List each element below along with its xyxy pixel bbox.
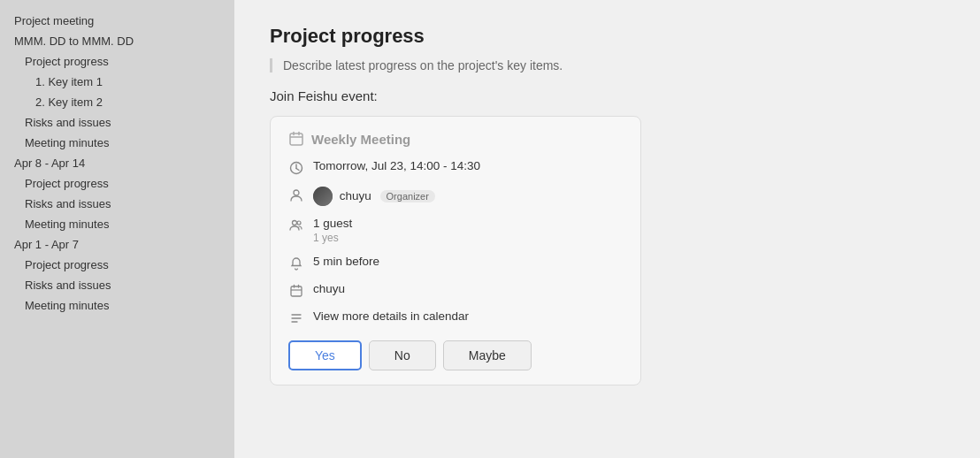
clock-icon — [288, 160, 304, 176]
sidebar-item-project-progress-3[interactable]: Project progress — [0, 255, 234, 275]
no-button[interactable]: No — [369, 340, 436, 370]
event-calendar-owner: chuyu — [313, 282, 623, 295]
event-organizer: chuyu Organizer — [313, 187, 623, 206]
event-datetime-row: Tomorrow, Jul 23, 14:00 - 14:30 — [288, 159, 623, 176]
bell-icon — [288, 256, 304, 271]
sidebar-item-risks-2[interactable]: Risks and issues — [0, 194, 234, 214]
sidebar: Project meetingMMM. DD to MMM. DDProject… — [0, 0, 234, 458]
sidebar-item-minutes-2[interactable]: Meeting minutes — [0, 214, 234, 234]
svg-point-9 — [297, 221, 301, 225]
event-calendar-row: chuyu — [288, 282, 623, 299]
sidebar-item-date-range-1[interactable]: MMM. DD to MMM. DD — [0, 31, 234, 51]
avatar — [313, 187, 333, 206]
calendar-small-icon — [288, 283, 304, 299]
calendar-icon — [288, 131, 304, 147]
sidebar-item-key-item-2[interactable]: 2. Key item 2 — [0, 92, 234, 112]
maybe-button[interactable]: Maybe — [443, 340, 532, 370]
sidebar-item-minutes-1[interactable]: Meeting minutes — [0, 133, 234, 153]
event-guests: 1 guest 1 yes — [313, 217, 623, 244]
event-view-more-row: View more details in calendar — [288, 309, 623, 326]
svg-rect-10 — [291, 286, 302, 296]
yes-button[interactable]: Yes — [288, 340, 362, 370]
organizer-name: chuyu — [340, 189, 371, 202]
group-icon — [288, 218, 304, 233]
person-icon — [288, 187, 304, 203]
guests-count: 1 guest — [313, 217, 623, 230]
sidebar-item-project-progress-1[interactable]: Project progress — [0, 51, 234, 72]
event-title: Weekly Meeting — [311, 132, 410, 147]
svg-point-7 — [294, 190, 299, 195]
event-title-row: Weekly Meeting — [288, 131, 623, 147]
sidebar-item-project-meeting[interactable]: Project meeting — [0, 11, 234, 31]
avatar-image — [313, 187, 333, 206]
guests-yes: 1 yes — [313, 232, 623, 244]
list-icon — [288, 310, 304, 326]
event-datetime: Tomorrow, Jul 23, 14:00 - 14:30 — [313, 159, 623, 172]
page-title: Project progress — [270, 25, 945, 48]
event-organizer-row: chuyu Organizer — [288, 187, 623, 206]
sidebar-item-date-range-2[interactable]: Apr 8 - Apr 14 — [0, 153, 234, 173]
organizer-badge: Organizer — [380, 190, 435, 202]
sidebar-item-date-range-3[interactable]: Apr 1 - Apr 7 — [0, 234, 234, 255]
page-description: Describe latest progress on the project'… — [270, 58, 945, 73]
main-content: Project progress Describe latest progres… — [234, 0, 980, 458]
sidebar-item-key-item-1[interactable]: 1. Key item 1 — [0, 72, 234, 92]
event-reminder-row: 5 min before — [288, 255, 623, 271]
button-row: Yes No Maybe — [288, 340, 623, 370]
event-card: Weekly Meeting Tomorrow, Jul 23, 14:00 -… — [270, 116, 641, 385]
svg-rect-0 — [290, 134, 302, 145]
event-reminder: 5 min before — [313, 255, 623, 268]
sidebar-item-risks-1[interactable]: Risks and issues — [0, 112, 234, 133]
svg-line-6 — [296, 169, 299, 171]
join-label: Join Feishu event: — [270, 88, 945, 103]
sidebar-item-project-progress-2[interactable]: Project progress — [0, 173, 234, 194]
svg-point-8 — [293, 221, 297, 225]
sidebar-item-risks-3[interactable]: Risks and issues — [0, 275, 234, 295]
sidebar-item-minutes-3[interactable]: Meeting minutes — [0, 295, 234, 316]
event-guests-row: 1 guest 1 yes — [288, 217, 623, 244]
event-view-more: View more details in calendar — [313, 309, 623, 323]
